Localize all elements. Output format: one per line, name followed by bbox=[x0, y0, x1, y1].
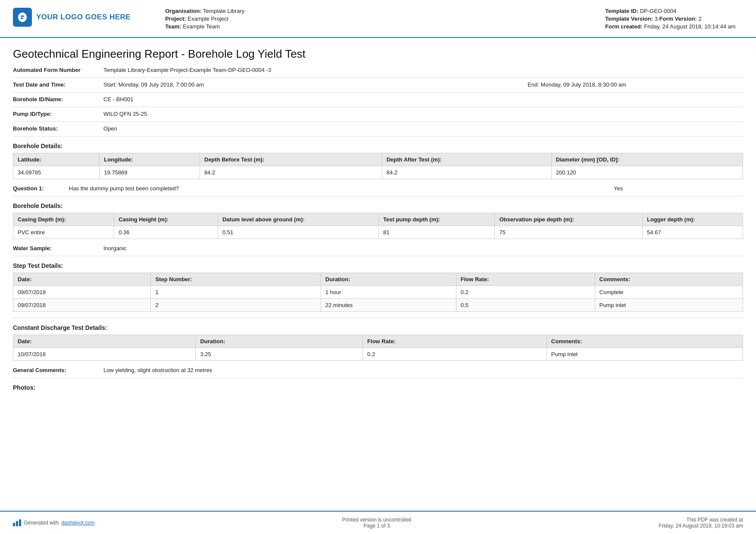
divider-8 bbox=[13, 318, 743, 318]
org-row: Organisation: Template Library bbox=[165, 8, 605, 14]
cell-flow-rate-1: 0.2 bbox=[456, 286, 595, 299]
table-row: 10/07/2018 3.25 0.2 Pump inlet bbox=[13, 348, 743, 361]
borehole-id-row: Borehole ID/Name: CE - BH001 bbox=[13, 96, 743, 102]
col-date: Date: bbox=[13, 273, 151, 286]
question1-row: Question 1: Has the dummy pump test been… bbox=[13, 185, 743, 192]
cell-flow-rate-2: 0.5 bbox=[456, 299, 595, 312]
borehole-id-value: CE - BH001 bbox=[103, 96, 743, 102]
cell-date-1: 09/07/2018 bbox=[13, 286, 151, 299]
logo-text: YOUR LOGO GOES HERE bbox=[36, 13, 131, 22]
template-version-value: 3 bbox=[655, 16, 658, 22]
cell-diameter: 200.120 bbox=[551, 166, 743, 179]
test-date-start: Start: Monday, 09 July 2018, 7:00:00 am bbox=[103, 81, 528, 88]
divider-7 bbox=[13, 256, 743, 256]
cell-step-1: 1 bbox=[151, 286, 321, 299]
table-header-row: Latitude: Longitude: Depth Before Test (… bbox=[13, 153, 743, 166]
project-row: Project: Example Project bbox=[165, 16, 605, 22]
test-date-end: End: Monday, 09 July 2018, 8:30:00 am bbox=[528, 81, 743, 88]
pump-id-label: Pump ID/Type: bbox=[13, 111, 103, 117]
bar1 bbox=[13, 523, 15, 526]
divider-4 bbox=[13, 121, 743, 122]
col-cd-comments: Comments: bbox=[547, 335, 743, 348]
footer-center-line1: Printed version is uncontrolled bbox=[342, 517, 412, 523]
report-title: Geotechnical Engineering Report - Boreho… bbox=[13, 47, 743, 61]
cell-casing-depth: PVC entire bbox=[13, 226, 114, 239]
team-label: Team: bbox=[165, 23, 181, 30]
form-created-label: Form created: bbox=[605, 23, 643, 30]
footer-right-line2: Friday, 24 August 2018, 10:19:03 am bbox=[659, 523, 743, 529]
cell-duration-2: 22 minutes bbox=[321, 299, 456, 312]
cell-step-2: 2 bbox=[151, 299, 321, 312]
col-longitude: Longitude: bbox=[100, 153, 200, 166]
org-label: Organisation: bbox=[165, 8, 202, 14]
step-test-table: Date: Step Number: Duration: Flow Rate: … bbox=[13, 273, 743, 312]
col-flow-rate: Flow Rate: bbox=[456, 273, 595, 286]
divider-5 bbox=[13, 136, 743, 137]
page: YOUR LOGO GOES HERE Organisation: Templa… bbox=[0, 0, 756, 534]
team-value: Example Team bbox=[183, 23, 220, 30]
cell-cd-date: 10/07/2018 bbox=[13, 348, 196, 361]
col-cd-date: Date: bbox=[13, 335, 196, 348]
table-row: 09/07/2018 1 1 hour 0.2 Complete bbox=[13, 286, 743, 299]
cell-depth-before: 84.2 bbox=[200, 166, 382, 179]
constant-discharge-table: Date: Duration: Flow Rate: Comments: 10/… bbox=[13, 335, 743, 361]
divider-1 bbox=[13, 78, 743, 78]
footer-left: Generated with dashpivot.com bbox=[13, 519, 95, 526]
cell-longitude: 19.75869 bbox=[100, 166, 200, 179]
cell-comments-1: Complete bbox=[595, 286, 743, 299]
col-diameter: Diameter (mm) [OD, ID]: bbox=[551, 153, 743, 166]
col-datum-level: Datum level above ground (m): bbox=[218, 213, 378, 226]
photos-title: Photos: bbox=[13, 384, 743, 391]
logo-area: YOUR LOGO GOES HERE bbox=[13, 8, 131, 27]
col-depth-before: Depth Before Test (m): bbox=[200, 153, 382, 166]
cd-header-row: Date: Duration: Flow Rate: Comments: bbox=[13, 335, 743, 348]
header: YOUR LOGO GOES HERE Organisation: Templa… bbox=[0, 0, 756, 38]
cell-logger-depth: 54.67 bbox=[642, 226, 743, 239]
team-row: Team: Example Team bbox=[165, 23, 605, 30]
header-center: Organisation: Template Library Project: … bbox=[131, 8, 605, 31]
col-obs-pipe-depth: Observation pipe depth (m): bbox=[495, 213, 642, 226]
project-value: Example Project bbox=[187, 16, 228, 22]
divider-9 bbox=[13, 378, 743, 378]
automated-form-row: Automated Form Number Template Library-E… bbox=[13, 67, 743, 73]
test-date-label: Test Date and Time: bbox=[13, 81, 103, 88]
header-right: Template ID: DP-GEO-0004 Template Versio… bbox=[605, 8, 743, 31]
bar2 bbox=[16, 521, 18, 526]
general-comments-value: Low yielding, slight obstruction at 32 m… bbox=[103, 367, 743, 373]
form-created-value: Friday, 24 August 2018, 10:14:44 am bbox=[644, 23, 735, 30]
borehole-details-2-table: Casing Depth (m): Casing Height (m): Dat… bbox=[13, 213, 743, 239]
constant-discharge-title: Constant Discharge Test Details: bbox=[13, 324, 743, 331]
col-cd-duration: Duration: bbox=[196, 335, 363, 348]
template-version-label: Template Version: bbox=[605, 16, 653, 22]
footer-center-line2: Page 1 of 3 bbox=[342, 523, 412, 529]
main-content: Geotechnical Engineering Report - Boreho… bbox=[0, 38, 756, 511]
cell-datum-level: 0.51 bbox=[218, 226, 378, 239]
borehole-status-value: Open bbox=[103, 125, 743, 132]
col-casing-height: Casing Height (m): bbox=[114, 213, 218, 226]
col-test-pump-depth: Test pump depth (m): bbox=[379, 213, 495, 226]
table-row: 34.09785 19.75869 84.2 84.2 200.120 bbox=[13, 166, 743, 179]
logo-svg bbox=[16, 11, 28, 23]
cell-depth-after: 84.2 bbox=[382, 166, 551, 179]
photos-area bbox=[13, 394, 743, 420]
col-cd-flow-rate: Flow Rate: bbox=[363, 335, 547, 348]
project-label: Project: bbox=[165, 16, 186, 22]
bar3 bbox=[19, 519, 21, 526]
borehole-details-2-title: Borehole Details: bbox=[13, 202, 743, 209]
col-depth-after: Depth After Test (m): bbox=[382, 153, 551, 166]
col-comments: Comments: bbox=[595, 273, 743, 286]
col-step-number: Step Number: bbox=[151, 273, 321, 286]
borehole-status-row: Borehole Status: Open bbox=[13, 125, 743, 132]
divider-6 bbox=[13, 196, 743, 196]
question1-answer: Yes bbox=[614, 185, 743, 192]
step-test-header-row: Date: Step Number: Duration: Flow Rate: … bbox=[13, 273, 743, 286]
borehole-details-1-title: Borehole Details: bbox=[13, 143, 743, 149]
test-date-row: Test Date and Time: Start: Monday, 09 Ju… bbox=[13, 81, 743, 88]
cell-obs-pipe-depth: 75 bbox=[495, 226, 642, 239]
template-id-row: Template ID: DP-GEO-0004 bbox=[605, 8, 743, 14]
footer-link[interactable]: dashpivot.com bbox=[61, 520, 94, 526]
divider-3 bbox=[13, 107, 743, 107]
org-value: Template Library bbox=[203, 8, 244, 14]
footer-right: This PDF was created at Friday, 24 Augus… bbox=[659, 517, 743, 529]
cell-cd-duration: 3.25 bbox=[196, 348, 363, 361]
